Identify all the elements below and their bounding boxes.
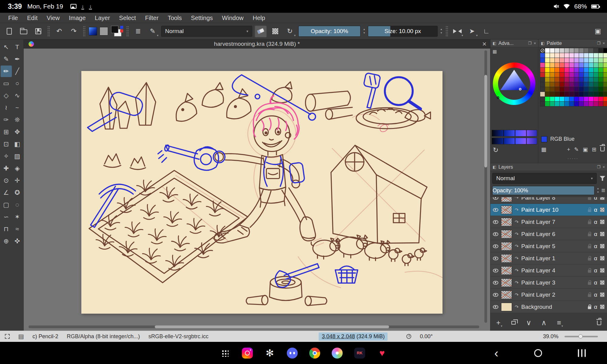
palette-swatch[interactable] [560,53,564,58]
layer-lock-icon[interactable] [588,221,591,224]
palette-swatch[interactable] [579,53,584,58]
color-wheel[interactable] [493,62,535,105]
layer-inherit-alpha-icon[interactable] [600,232,605,236]
open-document-button[interactable] [18,25,30,37]
palette-swatch[interactable] [545,63,550,67]
layer-visibility-icon[interactable] [493,257,498,260]
palette-swatch[interactable] [594,53,598,58]
duplicate-layer-button[interactable] [509,318,518,328]
undo-button[interactable]: ↶ [53,25,65,37]
color-triangle[interactable] [500,69,529,98]
palette-swatch[interactable] [603,68,607,72]
menu-edit[interactable]: Edit [22,13,42,23]
palette-swatch[interactable] [589,102,593,106]
palette-swatch[interactable] [579,48,584,53]
layer-lock-icon[interactable] [588,258,591,261]
mirror-horizontal-button[interactable]: ▾ [451,25,463,37]
redo-button[interactable]: ↷ [68,25,80,37]
palette-swatch[interactable] [569,82,574,87]
menu-settings[interactable]: Settings [186,13,217,23]
reload-preset-button[interactable]: ↻▾ [284,25,296,37]
palette-swatch[interactable] [603,53,607,58]
app-icon-flower[interactable]: ✻ [264,348,275,359]
layer-inherit-alpha-icon[interactable] [600,244,605,248]
docker-lock-icon[interactable]: ◧ [541,41,544,46]
palette-swatch[interactable] [599,82,603,87]
palette-swatch[interactable] [569,58,574,62]
palette-swatch[interactable] [594,58,598,62]
palette-swatch[interactable] [579,58,584,62]
layer-visibility-icon[interactable] [493,281,498,285]
palette-swatch[interactable] [603,63,607,67]
palette-swatch[interactable] [555,58,559,62]
layer-inherit-alpha-icon[interactable] [600,280,605,285]
layer-thumbnail[interactable] [501,197,512,202]
app-icon-chrome[interactable] [309,348,320,359]
gradient-chooser[interactable] [89,27,97,35]
palette-swatch[interactable] [565,77,569,82]
refresh-shades-icon[interactable]: ↻ [493,146,498,154]
tool-pan[interactable]: ✜ [12,235,23,247]
palette-swatch[interactable] [540,72,545,77]
palette-swatch[interactable] [550,72,554,77]
float-docker-icon[interactable]: ❐ [597,41,601,46]
palette-swatch[interactable] [574,63,579,67]
palette-swatch[interactable] [560,97,564,101]
transparent-swatch[interactable] [540,48,545,53]
palette-swatch[interactable] [560,87,564,92]
palette-swatch[interactable] [574,102,579,106]
layer-thumbnail[interactable] [501,254,512,263]
size-spin-buttons[interactable]: ▲▼ [440,28,443,34]
empty-swatch[interactable] [540,102,545,106]
memory-indicator-icon[interactable]: ▤ [18,333,24,340]
size-slider[interactable]: Size: 10.00 px [368,26,438,37]
layer-opacity-spin[interactable]: ▲▼ [597,187,599,194]
move-layer-down-button[interactable]: ∨ [524,318,533,328]
palette-swatch[interactable] [569,92,574,96]
palette-swatch[interactable] [584,87,588,92]
palette-swatch[interactable] [565,58,569,62]
float-docker-icon[interactable]: ❐ [528,41,532,46]
palette-swatch[interactable] [599,53,603,58]
layer-visibility-icon[interactable] [493,244,498,248]
palette-swatch[interactable] [599,48,603,53]
palette-swatch[interactable] [603,87,607,92]
palette-swatch[interactable] [545,87,550,92]
opacity-spin-buttons[interactable]: ▲▼ [363,28,365,34]
palette-swatch[interactable] [579,97,584,101]
layer-alpha-lock-icon[interactable]: α [594,243,597,250]
palette-list-icon[interactable]: ▦ [541,146,546,153]
canvas-viewport[interactable] [24,49,490,331]
palette-swatch[interactable] [565,92,569,96]
palette-swatch[interactable] [584,48,588,53]
palette-swatch[interactable] [569,77,574,82]
save-palette-button[interactable]: ▣ [583,146,588,153]
tool-freehand-brush[interactable]: ✏ [1,66,12,77]
canvas[interactable] [81,71,443,314]
app-icon-discord[interactable] [287,348,298,359]
palette-swatch[interactable] [560,72,564,77]
palette-swatch[interactable] [594,72,598,77]
palette-swatch[interactable] [550,87,554,92]
palette-swatch[interactable] [599,92,603,96]
palette-swatch[interactable] [579,87,584,92]
toolbar-grip[interactable] [83,26,86,37]
tool-magnetic-select[interactable]: ⊓ [1,223,12,235]
layer-thumbnail[interactable] [501,206,512,214]
palette-swatch[interactable] [555,53,559,58]
palette-swatch[interactable] [589,87,593,92]
menu-file[interactable]: File [4,13,22,23]
layer-visibility-icon[interactable] [493,305,498,309]
palette-swatch[interactable] [579,72,584,77]
layer-inherit-alpha-icon[interactable] [600,268,605,273]
palette-swatch[interactable] [584,102,588,106]
palette-swatch[interactable] [540,58,545,62]
palette-swatch[interactable] [594,68,598,72]
menu-help[interactable]: Help [248,13,270,23]
palette-swatch[interactable] [560,48,564,53]
tool-calligraphy[interactable]: ✒ [12,53,23,65]
palette-swatch[interactable] [560,77,564,82]
tool-polyline[interactable]: ∿ [12,90,23,101]
layer-thumbnail[interactable] [501,266,512,275]
palette-swatch[interactable] [589,92,593,96]
